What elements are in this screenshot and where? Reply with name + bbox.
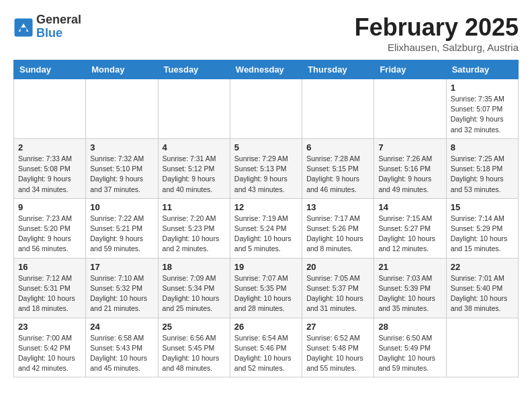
- calendar-cell: 6Sunrise: 7:28 AM Sunset: 5:15 PM Daylig…: [302, 138, 374, 198]
- day-info: Sunrise: 7:26 AM Sunset: 5:16 PM Dayligh…: [378, 154, 441, 195]
- svg-rect-2: [21, 28, 27, 32]
- day-info: Sunrise: 7:33 AM Sunset: 5:08 PM Dayligh…: [18, 154, 81, 195]
- calendar-cell: 28Sunrise: 6:50 AM Sunset: 5:49 PM Dayli…: [374, 318, 446, 377]
- day-number: 4: [163, 142, 226, 152]
- calendar-cell: 4Sunrise: 7:31 AM Sunset: 5:12 PM Daylig…: [158, 138, 230, 198]
- calendar-cell: [86, 79, 158, 139]
- day-info: Sunrise: 7:12 AM Sunset: 5:31 PM Dayligh…: [18, 273, 81, 314]
- day-number: 13: [306, 202, 369, 212]
- day-info: Sunrise: 7:00 AM Sunset: 5:42 PM Dayligh…: [18, 333, 81, 374]
- day-info: Sunrise: 7:23 AM Sunset: 5:20 PM Dayligh…: [18, 214, 81, 255]
- weekday-header-sunday: Sunday: [14, 60, 86, 79]
- calendar-cell: 10Sunrise: 7:22 AM Sunset: 5:21 PM Dayli…: [86, 198, 158, 258]
- day-number: 8: [451, 142, 514, 152]
- day-number: 3: [90, 142, 153, 152]
- day-number: 15: [451, 202, 514, 212]
- logo-general-text: General: [36, 13, 81, 27]
- day-number: 20: [306, 262, 369, 272]
- day-number: 24: [90, 322, 153, 332]
- day-number: 19: [234, 262, 298, 272]
- calendar-cell: 24Sunrise: 6:58 AM Sunset: 5:43 PM Dayli…: [86, 318, 158, 377]
- weekday-header-thursday: Thursday: [302, 60, 374, 79]
- calendar-cell: 5Sunrise: 7:29 AM Sunset: 5:13 PM Daylig…: [230, 138, 302, 198]
- day-info: Sunrise: 7:22 AM Sunset: 5:21 PM Dayligh…: [90, 214, 153, 255]
- weekday-header-saturday: Saturday: [446, 60, 518, 79]
- calendar-cell: 25Sunrise: 6:56 AM Sunset: 5:45 PM Dayli…: [158, 318, 230, 377]
- day-number: 27: [306, 322, 369, 332]
- calendar-cell: 27Sunrise: 6:52 AM Sunset: 5:48 PM Dayli…: [302, 318, 374, 377]
- day-number: 5: [234, 142, 298, 152]
- calendar-cell: 23Sunrise: 7:00 AM Sunset: 5:42 PM Dayli…: [14, 318, 86, 377]
- day-number: 22: [451, 262, 514, 272]
- calendar-cell: 22Sunrise: 7:01 AM Sunset: 5:40 PM Dayli…: [446, 258, 518, 318]
- day-number: 9: [18, 202, 81, 212]
- calendar-cell: 14Sunrise: 7:15 AM Sunset: 5:27 PM Dayli…: [374, 198, 446, 258]
- calendar-cell: 2Sunrise: 7:33 AM Sunset: 5:08 PM Daylig…: [14, 138, 86, 198]
- calendar-table: SundayMondayTuesdayWednesdayThursdayFrid…: [13, 60, 519, 377]
- day-info: Sunrise: 6:52 AM Sunset: 5:48 PM Dayligh…: [306, 333, 369, 374]
- calendar-subtitle: Elixhausen, Salzburg, Austria: [355, 42, 519, 53]
- calendar-cell: [374, 79, 446, 139]
- calendar-cell: [446, 318, 518, 377]
- day-number: 25: [163, 322, 226, 332]
- day-number: 18: [163, 262, 226, 272]
- day-number: 7: [378, 142, 441, 152]
- calendar-cell: 12Sunrise: 7:19 AM Sunset: 5:24 PM Dayli…: [230, 198, 302, 258]
- calendar-cell: 17Sunrise: 7:10 AM Sunset: 5:32 PM Dayli…: [86, 258, 158, 318]
- day-info: Sunrise: 7:15 AM Sunset: 5:27 PM Dayligh…: [378, 214, 441, 255]
- day-info: Sunrise: 7:05 AM Sunset: 5:37 PM Dayligh…: [306, 273, 369, 314]
- calendar-cell: 26Sunrise: 6:54 AM Sunset: 5:46 PM Dayli…: [230, 318, 302, 377]
- day-number: 12: [234, 202, 298, 212]
- calendar-cell: 20Sunrise: 7:05 AM Sunset: 5:37 PM Dayli…: [302, 258, 374, 318]
- day-info: Sunrise: 7:03 AM Sunset: 5:39 PM Dayligh…: [378, 273, 441, 314]
- day-info: Sunrise: 7:01 AM Sunset: 5:40 PM Dayligh…: [451, 273, 514, 314]
- day-info: Sunrise: 6:54 AM Sunset: 5:46 PM Dayligh…: [234, 333, 298, 374]
- day-info: Sunrise: 7:32 AM Sunset: 5:10 PM Dayligh…: [90, 154, 153, 195]
- calendar-cell: 9Sunrise: 7:23 AM Sunset: 5:20 PM Daylig…: [14, 198, 86, 258]
- week-row-4: 16Sunrise: 7:12 AM Sunset: 5:31 PM Dayli…: [14, 258, 519, 318]
- day-number: 6: [306, 142, 369, 152]
- calendar-cell: 15Sunrise: 7:14 AM Sunset: 5:29 PM Dayli…: [446, 198, 518, 258]
- day-info: Sunrise: 7:35 AM Sunset: 5:07 PM Dayligh…: [451, 94, 514, 135]
- day-info: Sunrise: 7:19 AM Sunset: 5:24 PM Dayligh…: [234, 214, 298, 255]
- day-number: 11: [163, 202, 226, 212]
- calendar-cell: 19Sunrise: 7:07 AM Sunset: 5:35 PM Dayli…: [230, 258, 302, 318]
- day-info: Sunrise: 6:58 AM Sunset: 5:43 PM Dayligh…: [90, 333, 153, 374]
- day-number: 17: [90, 262, 153, 272]
- day-info: Sunrise: 7:28 AM Sunset: 5:15 PM Dayligh…: [306, 154, 369, 195]
- day-info: Sunrise: 7:17 AM Sunset: 5:26 PM Dayligh…: [306, 214, 369, 255]
- calendar-cell: 18Sunrise: 7:09 AM Sunset: 5:34 PM Dayli…: [158, 258, 230, 318]
- calendar-cell: [230, 79, 302, 139]
- day-number: 2: [18, 142, 81, 152]
- calendar-cell: 11Sunrise: 7:20 AM Sunset: 5:23 PM Dayli…: [158, 198, 230, 258]
- logo: General Blue: [13, 13, 81, 40]
- day-number: 23: [18, 322, 81, 332]
- day-number: 10: [90, 202, 153, 212]
- day-info: Sunrise: 7:25 AM Sunset: 5:18 PM Dayligh…: [451, 154, 514, 195]
- calendar-cell: [302, 79, 374, 139]
- day-number: 14: [378, 202, 441, 212]
- calendar-title: February 2025: [355, 13, 519, 42]
- calendar-cell: 16Sunrise: 7:12 AM Sunset: 5:31 PM Dayli…: [14, 258, 86, 318]
- calendar-cell: 21Sunrise: 7:03 AM Sunset: 5:39 PM Dayli…: [374, 258, 446, 318]
- day-number: 26: [234, 322, 298, 332]
- day-info: Sunrise: 7:09 AM Sunset: 5:34 PM Dayligh…: [163, 273, 226, 314]
- day-info: Sunrise: 7:10 AM Sunset: 5:32 PM Dayligh…: [90, 273, 153, 314]
- day-number: 16: [18, 262, 81, 272]
- calendar-cell: 13Sunrise: 7:17 AM Sunset: 5:26 PM Dayli…: [302, 198, 374, 258]
- day-number: 1: [451, 83, 514, 93]
- logo-icon: [13, 17, 34, 38]
- week-row-1: 1Sunrise: 7:35 AM Sunset: 5:07 PM Daylig…: [14, 79, 519, 139]
- calendar-cell: 1Sunrise: 7:35 AM Sunset: 5:07 PM Daylig…: [446, 79, 518, 139]
- calendar-cell: [158, 79, 230, 139]
- weekday-header-row: SundayMondayTuesdayWednesdayThursdayFrid…: [14, 60, 519, 79]
- day-info: Sunrise: 7:29 AM Sunset: 5:13 PM Dayligh…: [234, 154, 298, 195]
- calendar-cell: 7Sunrise: 7:26 AM Sunset: 5:16 PM Daylig…: [374, 138, 446, 198]
- day-info: Sunrise: 7:31 AM Sunset: 5:12 PM Dayligh…: [163, 154, 226, 195]
- calendar-cell: [14, 79, 86, 139]
- calendar-cell: 8Sunrise: 7:25 AM Sunset: 5:18 PM Daylig…: [446, 138, 518, 198]
- logo-text: General Blue: [36, 13, 81, 40]
- week-row-2: 2Sunrise: 7:33 AM Sunset: 5:08 PM Daylig…: [14, 138, 519, 198]
- weekday-header-tuesday: Tuesday: [158, 60, 230, 79]
- day-number: 28: [378, 322, 441, 332]
